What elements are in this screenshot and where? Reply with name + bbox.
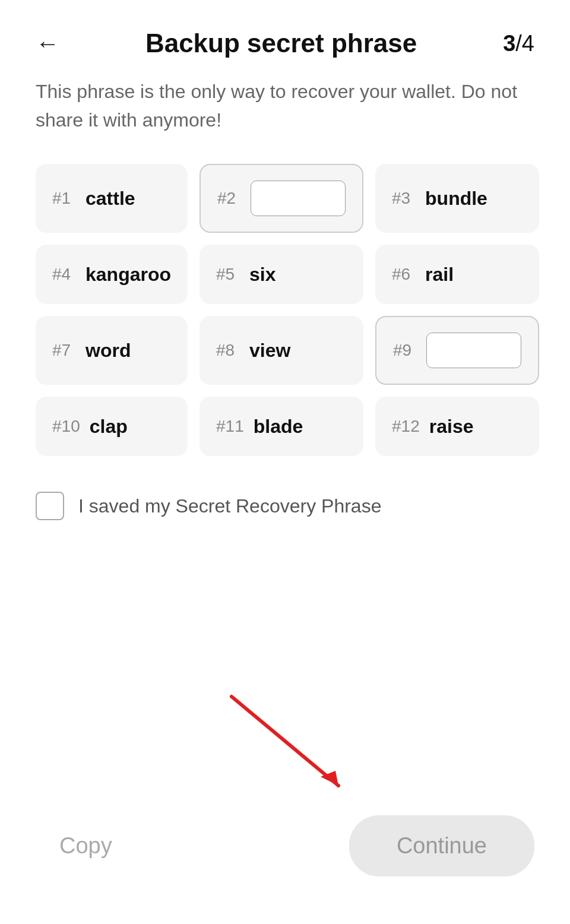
phrase-word-10: clap	[90, 416, 128, 438]
step-current: 3	[503, 31, 515, 56]
phrase-num-10: #10	[52, 417, 80, 436]
bottom-actions: Copy Continue	[0, 792, 570, 924]
phrase-num-1: #1	[52, 189, 76, 208]
step-total: /4	[515, 31, 534, 56]
phrase-word-4: kangaroo	[86, 264, 171, 286]
checkbox-row: I saved my Secret Recovery Phrase	[0, 480, 570, 544]
phrase-num-5: #5	[216, 265, 240, 284]
phrase-word-8: view	[249, 340, 290, 362]
phrase-num-8: #8	[216, 341, 240, 360]
header: ← Backup secret phrase 3/4	[0, 0, 570, 72]
phrase-input-2[interactable]	[251, 181, 346, 216]
phrase-cell-6: #6rail	[375, 245, 539, 304]
phrase-cell-3: #3bundle	[375, 164, 539, 233]
phrase-cell-9[interactable]: #9	[375, 316, 539, 385]
phrase-num-12: #12	[392, 417, 420, 436]
phrase-num-11: #11	[216, 417, 244, 436]
phrase-num-9: #9	[393, 341, 417, 360]
phrase-cell-2[interactable]: #2	[200, 164, 363, 233]
copy-button[interactable]: Copy	[36, 821, 136, 871]
page-title: Backup secret phrase	[59, 29, 503, 58]
continue-button[interactable]: Continue	[349, 815, 534, 876]
phrase-num-3: #3	[392, 189, 416, 208]
checkbox-label: I saved my Secret Recovery Phrase	[78, 495, 381, 517]
phrase-grid: #1cattle#2#3bundle#4kangaroo#5six#6rail#…	[0, 158, 570, 480]
phrase-cell-10: #10clap	[36, 397, 188, 456]
phrase-word-11: blade	[254, 416, 303, 438]
phrase-cell-8: #8view	[200, 316, 363, 385]
phrase-num-2: #2	[217, 189, 241, 208]
phrase-num-6: #6	[392, 265, 416, 284]
phrase-cell-5: #5six	[200, 245, 363, 304]
phrase-word-3: bundle	[425, 188, 487, 210]
save-checkbox[interactable]	[36, 492, 64, 520]
phrase-cell-7: #7word	[36, 316, 188, 385]
phrase-cell-12: #12raise	[375, 397, 539, 456]
phrase-word-5: six	[249, 264, 276, 286]
phrase-cell-1: #1cattle	[36, 164, 188, 233]
phrase-word-1: cattle	[86, 188, 135, 210]
phrase-num-7: #7	[52, 341, 76, 360]
back-button[interactable]: ←	[36, 31, 59, 55]
phrase-cell-4: #4kangaroo	[36, 245, 188, 304]
step-indicator: 3/4	[503, 31, 534, 56]
phrase-num-4: #4	[52, 265, 76, 284]
phrase-word-12: raise	[429, 416, 474, 438]
phrase-cell-11: #11blade	[200, 397, 363, 456]
phrase-word-6: rail	[425, 264, 454, 286]
phrase-input-9[interactable]	[426, 333, 521, 368]
subtitle-text: This phrase is the only way to recover y…	[0, 72, 570, 158]
phrase-word-7: word	[86, 340, 131, 362]
